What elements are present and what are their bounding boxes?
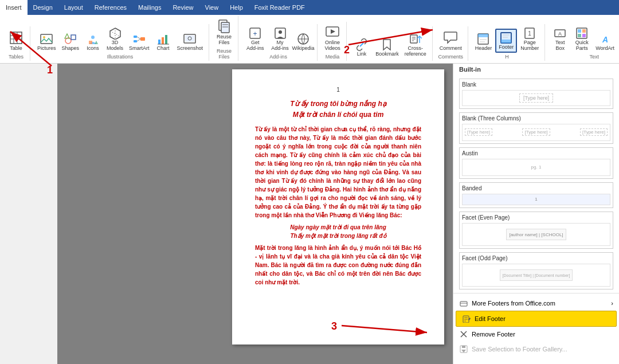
- save-selection-label: Save Selection to Footer Gallery...: [472, 346, 567, 353]
- body-paragraph2: Mặt trời trong lăng là hình ảnh ẩn dụ, ý…: [255, 244, 421, 287]
- header-button[interactable]: Header: [473, 31, 495, 53]
- page-number-button[interactable]: 1 PageNumber: [518, 25, 541, 53]
- footer-three-col-item[interactable]: Blank (Three Columns) [Type here] [Type …: [459, 112, 613, 144]
- chart-label: Chart: [157, 46, 170, 52]
- footer-banded-item[interactable]: Banded 1: [459, 182, 613, 208]
- tab-design[interactable]: Design: [28, 0, 58, 15]
- footer-banded-title: Banded: [462, 185, 610, 191]
- group-comments-label: Comments: [438, 54, 463, 60]
- table-button[interactable]: Table: [6, 29, 26, 53]
- remove-footer-item[interactable]: Remove Footer: [453, 327, 619, 342]
- chart-button[interactable]: Chart: [153, 31, 174, 53]
- group-reuse: ReuseFiles Reuse Files: [210, 16, 238, 61]
- group-addins-items: + Get Add-ins My Add-ins Wikipedia: [243, 25, 314, 53]
- doc-title: Từ ấy trong tôi bừng nắng hạ Mặt trời ch…: [255, 99, 421, 120]
- tab-view[interactable]: View: [199, 0, 225, 15]
- shapes-label: Shapes: [62, 46, 80, 52]
- group-addins-label: Add-ins: [269, 54, 287, 60]
- smartart-button[interactable]: SmartArt: [127, 31, 152, 53]
- svg-rect-69: [460, 302, 467, 306]
- icons-button[interactable]: Icons: [83, 31, 103, 53]
- group-hf-items: Header Footer 1 PageNumber: [473, 25, 542, 53]
- link-icon: [355, 38, 369, 52]
- svg-rect-59: [578, 29, 581, 33]
- reuse-files-button[interactable]: ReuseFiles: [214, 17, 234, 47]
- save-selection-item[interactable]: Save Selection to Footer Gallery...: [453, 342, 619, 357]
- poem-line1: Ngày ngày mặt trời đi qua trên lăng: [255, 223, 421, 232]
- online-videos-label: OnlineVideos: [324, 40, 340, 52]
- svg-marker-12: [95, 41, 98, 44]
- page-number-display: 1: [255, 87, 421, 93]
- smartart-icon: [132, 32, 146, 46]
- table-icon: [8, 30, 24, 46]
- group-links-items: Link Bookmark Cross-reference: [351, 28, 429, 58]
- svg-rect-8: [71, 35, 76, 40]
- left-margin: [0, 64, 57, 364]
- screenshot-button[interactable]: Screenshot: [175, 31, 206, 53]
- three-col-container: [Type here] [Type here] [Type here]: [463, 127, 610, 137]
- svg-rect-5: [41, 34, 52, 44]
- quick-parts-button[interactable]: QuickParts: [571, 25, 592, 53]
- edit-footer-item[interactable]: Edit Footer: [456, 311, 617, 327]
- group-hf-label: H: [505, 54, 509, 60]
- online-videos-button[interactable]: OnlineVideos: [322, 23, 343, 53]
- 3d-models-button[interactable]: 3DModels: [104, 25, 126, 53]
- textbox-button[interactable]: A TextBox: [550, 25, 570, 53]
- my-addins-button[interactable]: My Add-ins: [268, 25, 291, 53]
- facet-even-label: [author name] | [SCHOOL]: [509, 232, 563, 237]
- shapes-button[interactable]: Shapes: [60, 31, 82, 53]
- edit-footer-label: Edit Footer: [475, 315, 506, 322]
- bookmark-icon: [380, 38, 394, 52]
- quick-parts-label: QuickParts: [575, 40, 589, 52]
- footer-facet-odd-item[interactable]: Facet (Odd Page) [Document Title] | [Doc…: [459, 252, 613, 289]
- footer-button[interactable]: Footer: [495, 29, 517, 53]
- get-addins-button[interactable]: + Get Add-ins: [243, 25, 267, 53]
- screenshot-icon: [183, 32, 197, 46]
- tab-foxit[interactable]: Foxit Reader PDF: [249, 0, 311, 15]
- svg-text:A: A: [558, 31, 562, 37]
- footer-blank-item[interactable]: Blank [Type here]: [459, 79, 613, 109]
- footer-blank-title: Blank: [462, 81, 610, 88]
- tab-mailings[interactable]: Mailings: [132, 0, 167, 15]
- tab-insert[interactable]: Insert: [0, 0, 28, 15]
- footer-austin-title: Austin: [462, 150, 610, 156]
- pictures-button[interactable]: Pictures: [35, 31, 58, 53]
- shapes-icon: [64, 32, 77, 46]
- footer-three-col-preview: [Type here] [Type here] [Type here]: [462, 124, 610, 141]
- wikipedia-button[interactable]: Wikipedia: [293, 31, 314, 53]
- footer-facet-even-preview: [author name] | [SCHOOL]: [462, 223, 610, 246]
- group-media-label: Media: [326, 54, 340, 60]
- group-tables-items: Table: [6, 28, 26, 53]
- tab-help[interactable]: Help: [224, 0, 249, 15]
- group-reuse-label: Reuse Files: [214, 48, 234, 60]
- cross-reference-button[interactable]: Cross-reference: [402, 31, 429, 58]
- bookmark-button[interactable]: Bookmark: [373, 37, 401, 58]
- svg-rect-21: [158, 40, 160, 44]
- group-addins: + Get Add-ins My Add-ins Wikipedia: [240, 24, 318, 61]
- footer-facet-even-item[interactable]: Facet (Even Page) [author name] | [SCHOO…: [459, 212, 613, 249]
- wordart-button[interactable]: A WordArt: [593, 31, 617, 53]
- footer-austin-item[interactable]: Austin pg. 1: [459, 147, 613, 179]
- more-footers-item[interactable]: More Footers from Office.com ›: [453, 296, 619, 311]
- footer-facet-odd-preview: [Document Title] | [Document number]: [462, 264, 610, 287]
- group-reuse-items: ReuseFiles: [214, 17, 234, 47]
- save-selection-icon: [459, 345, 468, 354]
- footer-icon: [499, 31, 513, 45]
- tab-references[interactable]: References: [89, 0, 132, 15]
- screenshot-label: Screenshot: [177, 46, 203, 52]
- col1-placeholder: [Type here]: [465, 128, 492, 136]
- svg-marker-39: [331, 29, 335, 34]
- bookmark-label: Bookmark: [375, 52, 399, 57]
- austin-page: pg. 1: [531, 165, 542, 170]
- page-number-label: PageNumber: [520, 40, 539, 52]
- header-label: Header: [475, 46, 492, 52]
- reuse-label: ReuseFiles: [217, 34, 232, 46]
- tab-review[interactable]: Review: [167, 0, 199, 15]
- comment-button[interactable]: Comment: [437, 29, 464, 53]
- page-number-icon: 1: [523, 26, 536, 40]
- wikipedia-label: Wikipedia: [292, 46, 314, 52]
- link-button[interactable]: Link: [351, 37, 372, 58]
- ribbon: Insert Design Layout References Mailings…: [0, 0, 619, 64]
- svg-rect-47: [478, 34, 488, 37]
- tab-layout[interactable]: Layout: [58, 0, 89, 15]
